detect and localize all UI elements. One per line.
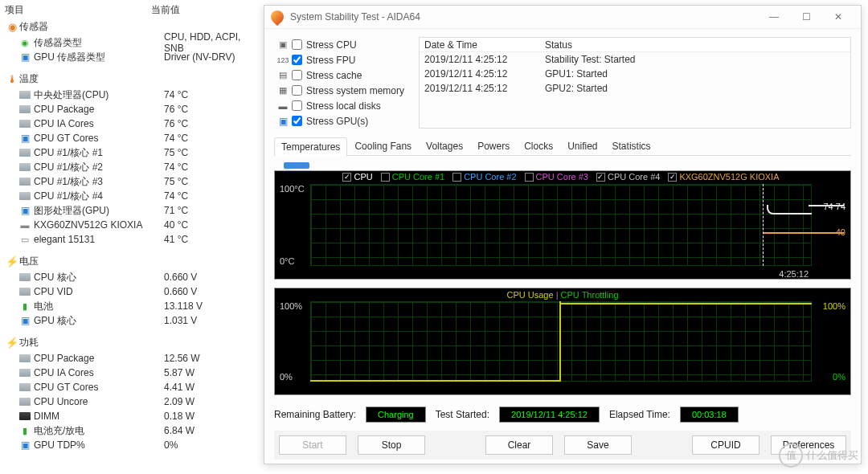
tab-unified[interactable]: Unified [560,137,604,155]
row-icon: ▣ [18,133,32,144]
tree-row[interactable]: CPU Uncore 2.09 W [18,394,252,409]
temp-value-ssd: 40 [836,227,845,237]
row-icon: ▮ [18,300,32,312]
group-voltage[interactable]: ⚡ 电压 [5,255,252,268]
tree-row[interactable]: ▣ GPU 传感器类型 Driver (NV-DRV) [18,50,252,64]
tab-temperatures[interactable]: Temperatures [274,137,347,156]
tab-powers[interactable]: Powers [470,137,517,155]
group-label: 功耗 [19,336,39,349]
stress-option[interactable]: ▤ Stress cache [274,67,411,83]
stress-checkbox[interactable] [292,85,302,96]
log-row[interactable]: 2019/12/11 4:25:12 GPU1: Started [420,67,850,81]
stress-checkbox[interactable] [292,100,302,111]
tree-row[interactable]: CPU #1/核心 #3 75 °C [18,174,252,189]
tab-clocks[interactable]: Clocks [517,137,560,155]
row-icon [18,161,32,173]
stress-icon: ▦ [274,85,292,96]
tab-cooling fans[interactable]: Cooling Fans [347,137,419,155]
minimize-button[interactable]: — [758,6,790,28]
tree-row[interactable]: DIMM 0.18 W [18,409,252,423]
tree-row[interactable]: ▣ 图形处理器(GPU) 71 °C [18,203,252,218]
row-value: 2.09 W [164,396,252,407]
tree-row[interactable]: ▮ 电池 13.118 V [18,299,252,313]
tree-row[interactable]: CPU #1/核心 #4 74 °C [18,189,252,203]
start-button[interactable]: Start [279,435,346,455]
log-row[interactable]: 2019/12/11 4:25:12 GPU2: Started [420,81,850,96]
tree-row[interactable]: ◉ 传感器类型 CPU, HDD, ACPI, SNB [18,35,252,50]
stress-option[interactable]: ▣ Stress CPU [274,37,411,52]
titlebar[interactable]: System Stability Test - AIDA64 — ☐ ✕ [264,6,861,29]
legend-checkbox[interactable] [452,173,461,182]
row-icon: ▣ [18,315,32,326]
log-time: 2019/12/11 4:25:12 [420,54,540,65]
chart-scrollbar[interactable] [284,162,290,170]
temperature-chart[interactable]: CPU CPU Core #1 CPU Core #2 CPU Core #3 … [274,170,851,280]
legend-checkbox[interactable] [525,173,534,182]
stress-option[interactable]: ▦ Stress system memory [274,83,411,98]
stop-button[interactable]: Stop [358,435,425,455]
row-icon [18,353,32,364]
tree-row[interactable]: ▬ KXG60ZNV512G KIOXIA 40 °C [18,218,252,232]
tree-row[interactable]: CPU #1/核心 #2 74 °C [18,160,252,174]
tree-row[interactable]: CPU Package 12.56 W [18,351,252,366]
sensor-tree[interactable]: 项目 当前值 ◉ 传感器 ◉ 传感器类型 CPU, HDD, ACPI, SNB… [0,0,257,474]
row-icon: ▮ [18,425,32,436]
tree-row[interactable]: CPU IA Cores 5.87 W [18,366,252,380]
legend-checkbox[interactable] [381,173,390,182]
tree-row[interactable]: CPU VID 0.660 V [18,284,252,299]
tree-row[interactable]: 中央处理器(CPU) 74 °C [18,88,252,102]
legend-checkbox[interactable] [668,173,677,182]
legend-item[interactable]: CPU Core #2 [452,172,516,182]
stress-checkbox[interactable] [292,70,302,80]
group-temperature[interactable]: 🌡 温度 [5,72,252,86]
tree-row[interactable]: ▣ GPU TDP% 0% [18,438,252,452]
legend-item[interactable]: CPU Core #1 [381,172,444,182]
tree-row[interactable]: ▣ CPU GT Cores 74 °C [18,131,252,145]
usage-legend: CPU Usage | CPU Throttling [275,290,850,300]
close-button[interactable]: ✕ [822,6,854,28]
group-power[interactable]: ⚡ 功耗 [5,336,252,349]
maximize-button[interactable]: ☐ [790,6,822,28]
row-value: 4.41 W [164,382,252,393]
log-row[interactable]: 2019/12/11 4:25:12 Stability Test: Start… [420,52,850,67]
row-name: GPU 核心 [34,314,164,328]
stress-checkbox[interactable] [292,55,302,65]
legend-checkbox[interactable] [342,173,351,182]
row-value: 6.84 W [164,425,252,436]
clear-button[interactable]: Clear [485,435,553,455]
tree-row[interactable]: ▣ GPU 核心 1.031 V [18,313,252,328]
legend-item[interactable]: CPU Core #4 [596,172,660,182]
tab-voltages[interactable]: Voltages [419,137,470,155]
legend-label: CPU [354,172,372,182]
stress-option[interactable]: ▬ Stress local disks [274,98,411,113]
tree-row[interactable]: CPU #1/核心 #1 75 °C [18,145,252,160]
app-icon [268,8,287,27]
row-name: 电池充/放电 [34,424,164,438]
save-button[interactable]: Save [564,435,632,455]
tree-row[interactable]: ▭ elegant 15131 41 °C [18,232,252,247]
stress-checkbox[interactable] [292,39,302,50]
tree-row[interactable]: CPU IA Cores 76 °C [18,116,252,131]
legend-item[interactable]: CPU Core #3 [525,172,588,182]
tree-row[interactable]: CPU GT Cores 4.41 W [18,380,252,394]
stress-option[interactable]: ▣ Stress GPU(s) [274,113,411,129]
legend-checkbox[interactable] [596,173,605,182]
legend-item[interactable]: CPU [342,172,372,182]
legend-item[interactable]: KXG60ZNV512G KIOXIA [668,172,779,182]
preferences-button[interactable]: Preferences [771,435,846,455]
stress-option[interactable]: 123 Stress FPU [274,52,411,67]
log-col-datetime: Date & Time [420,39,540,51]
stress-icon: ▣ [274,39,292,50]
stress-checkbox[interactable] [292,116,302,126]
y-axis-max: 100% [280,301,302,311]
tree-row[interactable]: CPU 核心 0.660 V [18,270,252,284]
row-name: elegant 15131 [34,234,164,245]
tree-row[interactable]: CPU Package 76 °C [18,102,252,116]
tab-statistics[interactable]: Statistics [605,137,658,155]
cpu-usage-chart[interactable]: CPU Usage | CPU Throttling 100% 0% 100% … [274,288,851,395]
stress-label: Stress local disks [306,100,381,112]
tree-row[interactable]: ▮ 电池充/放电 6.84 W [18,423,252,438]
cpuid-button[interactable]: CPUID [692,435,760,455]
event-log[interactable]: Date & Time Status 2019/12/11 4:25:12 St… [419,37,851,129]
row-icon: ▣ [18,51,32,63]
